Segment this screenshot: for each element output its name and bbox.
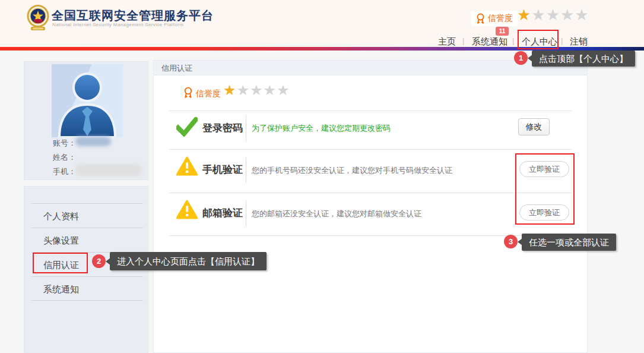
step-2-badge: 2 <box>92 254 106 268</box>
warning-icon <box>176 200 198 219</box>
row-desc-email: 您的邮箱还没安全认证，建议您对邮箱做安全认证 <box>252 209 421 219</box>
verify-phone-button[interactable]: 立即验证 <box>519 161 569 177</box>
check-icon <box>176 117 198 137</box>
account-label: 账号： <box>53 138 76 149</box>
notification-count-badge: 11 <box>496 27 509 36</box>
account-value-redacted <box>75 137 111 146</box>
star-icon: ★ <box>575 6 589 24</box>
reputation-label: 信誉度 <box>196 89 221 99</box>
step-1-badge: 1 <box>514 51 528 65</box>
step-3-badge: 3 <box>504 235 518 248</box>
phone-value-redacted <box>75 164 142 176</box>
reputation-widget: 信誉度 <box>471 11 518 26</box>
panel-title: 信用认证 <box>161 61 192 75</box>
modify-password-button[interactable]: 修改 <box>518 118 550 135</box>
reputation-stars: ★★★★★ <box>517 6 589 24</box>
reputation-label: 信誉度 <box>488 13 513 24</box>
phone-label: 手机： <box>53 166 76 177</box>
credit-verification-panel: 信用认证 信誉度 ★★★★★ 登录密码 为了保护账户安全，建议您定期更改密码 修… <box>153 60 588 353</box>
nav-home[interactable]: 主页 <box>438 36 456 48</box>
screen: 全国互联网安全管理服务平台 National Internet Security… <box>0 0 644 353</box>
divider <box>169 193 572 193</box>
warning-icon <box>176 156 198 176</box>
divider <box>246 157 246 183</box>
row-label-phone: 手机验证 <box>202 163 243 176</box>
star-icon: ★ <box>277 82 290 98</box>
medal-icon <box>183 87 193 99</box>
star-icon: ★ <box>560 6 575 24</box>
nav-logout[interactable]: 注销 <box>570 36 588 48</box>
step-1-tooltip: 点击顶部【个人中心】 <box>532 51 635 67</box>
star-icon: ★ <box>237 82 250 98</box>
nav-personal-center[interactable]: 个人中心 <box>522 36 557 48</box>
site-title: 全国互联网安全管理服务平台 <box>52 8 214 24</box>
header: 全国互联网安全管理服务平台 National Internet Security… <box>0 0 644 47</box>
nav-system-notice[interactable]: 系统通知 <box>472 36 507 48</box>
step-2-tooltip: 进入个人中心页面点击【信用认证】 <box>110 252 267 270</box>
nav-separator: | <box>561 36 563 45</box>
star-icon: ★ <box>264 82 277 98</box>
name-label: 姓名： <box>53 152 76 163</box>
sidebar-item-system-notice[interactable]: 系统通知 <box>31 276 143 301</box>
divider <box>246 115 246 141</box>
row-desc-password: 为了保护账户安全，建议您定期更改密码 <box>252 123 391 134</box>
row-desc-phone: 您的手机号码还没安全认证，建议您对手机号码做安全认证 <box>252 165 452 176</box>
reputation-stars: ★★★★★ <box>223 82 290 99</box>
police-emblem-logo <box>27 5 49 32</box>
site-subtitle: National Internet Security Management Se… <box>52 22 183 27</box>
nav-separator: | <box>512 36 514 45</box>
step-3-tooltip: 任选一项或全部认证 <box>522 234 616 251</box>
star-icon: ★ <box>546 6 560 24</box>
divider <box>169 111 572 111</box>
star-icon: ★ <box>517 6 531 24</box>
row-label-password: 登录密码 <box>202 121 243 135</box>
sidebar-item-profile[interactable]: 个人资料 <box>31 203 143 228</box>
nav-separator: | <box>462 36 464 45</box>
star-icon: ★ <box>223 82 237 98</box>
avatar <box>52 64 123 137</box>
divider <box>169 149 572 150</box>
star-icon: ★ <box>531 6 545 24</box>
star-icon: ★ <box>250 82 264 98</box>
verify-email-button[interactable]: 立即验证 <box>519 204 569 220</box>
sidebar-item-avatar-settings[interactable]: 头像设置 <box>31 228 143 252</box>
divider <box>246 200 246 226</box>
medal-icon <box>476 13 485 24</box>
profile-card: 账号： 姓名： 手机： <box>24 61 148 180</box>
row-label-email: 邮箱验证 <box>202 206 243 220</box>
